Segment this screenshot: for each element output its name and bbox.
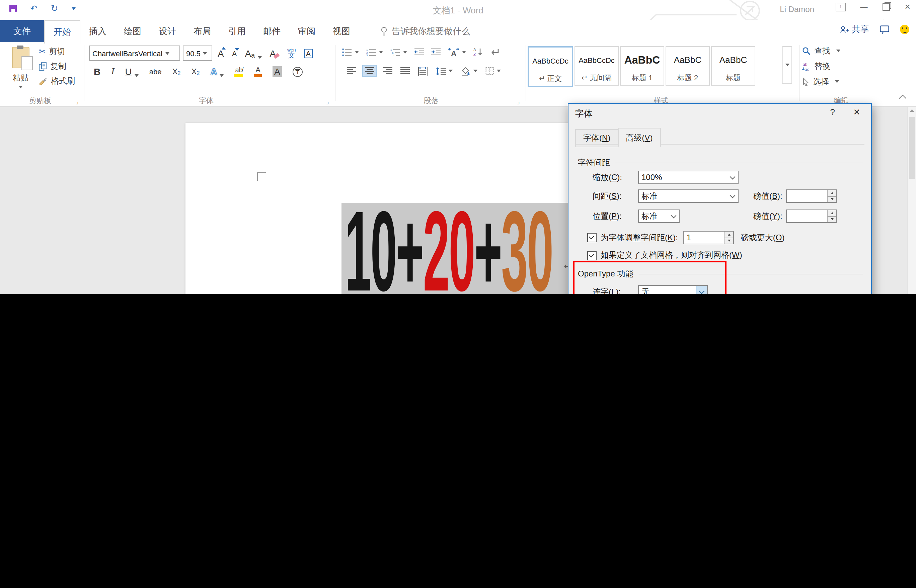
copy-button[interactable]: 复制 — [39, 61, 75, 72]
ribbon-tab-1[interactable]: 开始 — [44, 20, 80, 44]
character-shading-button[interactable]: A — [270, 65, 285, 78]
smiley-feedback-icon[interactable] — [900, 25, 909, 34]
restore-button[interactable] — [882, 3, 890, 11]
replace-button[interactable]: ab ac 替换 — [802, 61, 840, 72]
style-card-4[interactable]: AaBbC标题 2 — [665, 46, 710, 86]
ribbon-tab-6[interactable]: 引用 — [220, 20, 254, 42]
shrink-font-button[interactable]: A — [229, 48, 240, 58]
account-user-name[interactable]: Li Damon — [780, 5, 814, 14]
styles-more-button[interactable] — [782, 46, 792, 84]
scrollbar-thumb[interactable] — [909, 117, 914, 179]
points-b-down-icon[interactable] — [827, 196, 837, 202]
position-combobox[interactable]: 标准 — [638, 210, 680, 223]
paragraph-dialog-launcher-icon[interactable]: ⌟ — [517, 99, 519, 105]
numbering-button[interactable]: 123 — [364, 47, 385, 57]
decrease-indent-button[interactable] — [413, 47, 426, 57]
ribbon-tab-9[interactable]: 视图 — [324, 20, 359, 42]
style-card-5[interactable]: AaBbC标题 — [711, 46, 755, 86]
redo-icon[interactable]: ↻ — [51, 4, 58, 13]
ribbon-tab-3[interactable]: 绘图 — [115, 20, 150, 42]
multilevel-list-button[interactable]: 1ai — [388, 47, 409, 57]
save-icon[interactable] — [10, 5, 17, 12]
help-icon[interactable]: ? — [830, 107, 835, 117]
sort-button[interactable]: AZ — [471, 46, 485, 58]
ribbon-tab-4[interactable]: 设计 — [150, 20, 185, 42]
change-case-button[interactable]: Aa — [242, 47, 264, 60]
tab-file[interactable]: 文件 — [0, 20, 44, 42]
document-text[interactable]: 10+20+30 — [345, 208, 552, 294]
character-border-button[interactable]: A — [301, 47, 316, 59]
clear-formatting-button[interactable]: A — [267, 47, 282, 60]
dialog-tab-2[interactable]: 高级(V) — [618, 128, 660, 147]
grow-font-button[interactable]: A — [215, 47, 227, 60]
position-dropdown-icon[interactable] — [668, 210, 679, 222]
kerning-spinner[interactable]: 1 — [683, 231, 734, 244]
text-direction-button[interactable]: A — [446, 46, 468, 58]
ribbon-tab-5[interactable]: 布局 — [185, 20, 220, 42]
bullets-button[interactable] — [340, 47, 361, 57]
find-button[interactable]: 查找 — [802, 45, 840, 56]
spacing-combobox[interactable]: 标准 — [638, 189, 738, 203]
shading-button[interactable] — [459, 65, 479, 77]
bold-button[interactable]: B — [91, 65, 103, 78]
tell-me-box[interactable]: 告诉我你想要做什么 — [380, 26, 470, 37]
kerning-down-icon[interactable] — [724, 237, 733, 244]
ligatures-combobox[interactable]: 无 — [638, 285, 708, 294]
ribbon-display-options-icon[interactable]: ↑ — [836, 3, 846, 11]
distributed-button[interactable] — [416, 65, 430, 77]
style-card-3[interactable]: AaBbC标题 1 — [620, 46, 664, 86]
grid-align-checkbox[interactable] — [587, 250, 597, 260]
spacing-dropdown-icon[interactable] — [727, 190, 738, 202]
minimize-button[interactable]: — — [861, 3, 868, 11]
font-size-combobox[interactable]: 90.5 — [183, 45, 212, 61]
points-y-down-icon[interactable] — [827, 216, 837, 222]
italic-button[interactable]: I — [108, 65, 117, 78]
collapse-ribbon-icon[interactable] — [899, 95, 906, 102]
kerning-checkbox[interactable] — [587, 233, 597, 242]
underline-button[interactable]: U — [123, 65, 141, 78]
paste-button[interactable]: 粘贴 — [5, 45, 36, 98]
format-painter-button[interactable]: 格式刷 — [39, 76, 75, 86]
cut-button[interactable]: ✂ 剪切 — [39, 46, 75, 57]
line-spacing-button[interactable] — [434, 65, 455, 77]
customize-quick-access-icon[interactable] — [72, 7, 76, 10]
clipboard-dialog-launcher-icon[interactable]: ⌟ — [76, 99, 78, 105]
ligatures-dropdown-icon[interactable] — [696, 286, 707, 294]
align-center-button[interactable] — [362, 65, 377, 77]
show-marks-button[interactable] — [488, 47, 502, 57]
enclose-characters-button[interactable]: 字 — [290, 65, 305, 78]
ribbon-tab-7[interactable]: 邮件 — [254, 20, 289, 42]
text-effects-button[interactable]: A — [207, 65, 226, 78]
scale-combobox[interactable]: 100% — [638, 171, 738, 184]
increase-indent-button[interactable] — [429, 47, 443, 57]
highlight-color-button[interactable]: ab̸ — [232, 65, 246, 78]
comment-icon[interactable] — [880, 25, 889, 34]
share-button[interactable]: 共享 — [840, 23, 869, 36]
ribbon-tab-2[interactable]: 插入 — [80, 20, 115, 42]
phonetic-guide-button[interactable]: wén文 — [285, 46, 299, 60]
borders-button[interactable] — [484, 66, 503, 76]
superscript-button[interactable]: X2 — [189, 66, 202, 78]
font-name-combobox[interactable]: ChartwellBarsVertical — [89, 45, 180, 61]
scale-dropdown-icon[interactable] — [727, 171, 738, 183]
dialog-close-icon[interactable]: ✕ — [853, 107, 861, 117]
style-card-1[interactable]: AaBbCcDc↵ 正文 — [528, 46, 573, 87]
justify-button[interactable] — [398, 66, 412, 76]
style-card-2[interactable]: AaBbCcDc↵ 无间隔 — [575, 46, 619, 86]
points-b-up-icon[interactable] — [827, 190, 837, 196]
points-y-up-icon[interactable] — [827, 210, 837, 216]
ribbon-tab-8[interactable]: 审阅 — [289, 20, 324, 42]
strikethrough-button[interactable]: abe — [147, 66, 164, 77]
points-y-spinner[interactable] — [787, 210, 837, 223]
vertical-scrollbar[interactable] — [907, 107, 916, 294]
undo-icon[interactable]: ↶ — [30, 4, 37, 13]
font-color-button[interactable]: A — [251, 65, 265, 78]
align-right-button[interactable] — [381, 66, 394, 76]
font-dialog-launcher-icon[interactable]: ⌟ — [326, 99, 329, 105]
kerning-up-icon[interactable] — [724, 232, 733, 237]
close-button[interactable]: ✕ — [905, 3, 911, 11]
points-b-spinner[interactable] — [787, 189, 837, 203]
subscript-button[interactable]: X2 — [170, 66, 183, 78]
select-button[interactable]: 选择 — [802, 76, 840, 87]
align-left-button[interactable] — [345, 66, 358, 76]
